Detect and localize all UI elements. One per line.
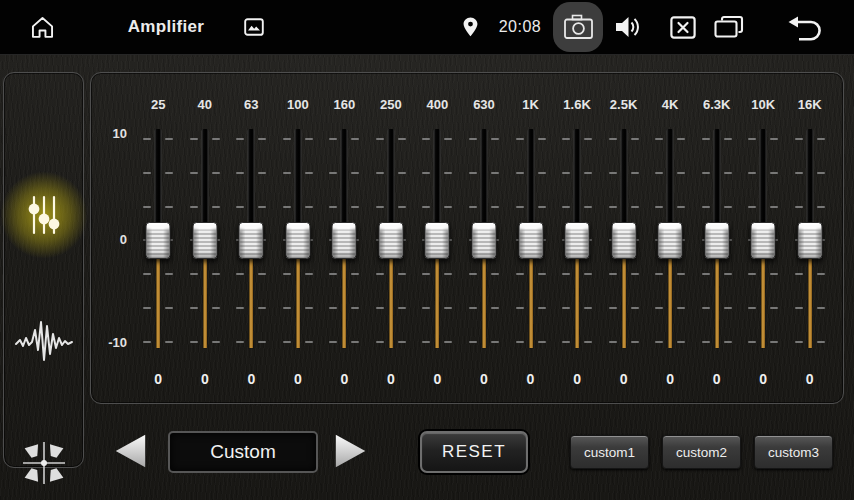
slider-tick — [212, 206, 220, 208]
sidebar-item-equalizer[interactable] — [4, 165, 83, 265]
slider-tick — [190, 138, 198, 140]
slider-tick — [491, 172, 499, 174]
slider-handle[interactable] — [378, 222, 403, 259]
slider-tick — [795, 138, 803, 140]
reset-button[interactable]: RESET — [420, 431, 528, 473]
slider-tick — [655, 341, 663, 343]
home-button[interactable] — [26, 0, 58, 54]
slider-tick — [491, 341, 499, 343]
band-frequency-label: 10K — [740, 95, 787, 115]
band-slider[interactable] — [507, 126, 554, 356]
eq-band: 10K 0 — [740, 95, 787, 411]
slider-tick — [655, 172, 663, 174]
slider-tick — [329, 172, 337, 174]
slider-handle[interactable] — [285, 222, 310, 259]
eq-sliders-icon — [22, 190, 66, 240]
slider-tick — [143, 273, 151, 275]
slider-tick — [236, 138, 244, 140]
slider-tick — [444, 307, 452, 309]
slider-handle[interactable] — [751, 222, 776, 259]
band-slider[interactable] — [693, 126, 740, 356]
slider-handle[interactable] — [565, 222, 590, 259]
slider-tick — [143, 307, 151, 309]
slider-tick — [351, 138, 359, 140]
preset-name-display[interactable]: Custom — [168, 431, 318, 473]
slider-tick — [677, 172, 685, 174]
band-slider[interactable] — [135, 126, 182, 356]
slider-handle[interactable] — [658, 222, 683, 259]
close-app-button[interactable] — [668, 0, 698, 54]
slider-tick — [655, 307, 663, 309]
slider-tick — [724, 341, 732, 343]
slider-tick — [351, 307, 359, 309]
slider-tick — [165, 273, 173, 275]
slider-tick — [236, 172, 244, 174]
slider-handle[interactable] — [471, 222, 496, 259]
screenshot-button[interactable] — [553, 2, 603, 52]
slider-handle[interactable] — [146, 222, 171, 259]
preset-next-button[interactable] — [331, 430, 371, 472]
slider-tick — [677, 206, 685, 208]
custom2-button[interactable]: custom2 — [662, 435, 741, 469]
slider-tick — [702, 172, 710, 174]
slider-tick — [305, 138, 313, 140]
preset-prev-button[interactable] — [110, 430, 150, 472]
band-slider[interactable] — [647, 126, 694, 356]
band-frequency-label: 160 — [321, 95, 368, 115]
slider-handle[interactable] — [611, 222, 636, 259]
slider-tick — [562, 206, 570, 208]
band-slider[interactable] — [740, 126, 787, 356]
slider-handle[interactable] — [239, 222, 264, 259]
band-value: 0 — [740, 369, 787, 389]
slider-tick — [677, 307, 685, 309]
band-slider[interactable] — [600, 126, 647, 356]
volume-button[interactable] — [612, 0, 644, 54]
band-slider[interactable] — [182, 126, 229, 356]
band-slider[interactable] — [321, 126, 368, 356]
slider-tick — [584, 172, 592, 174]
page-title: Amplifier — [118, 0, 214, 54]
custom3-button[interactable]: custom3 — [754, 435, 833, 469]
recent-apps-icon — [714, 15, 744, 39]
slider-tick — [305, 273, 313, 275]
band-value: 0 — [507, 369, 554, 389]
band-slider[interactable] — [554, 126, 601, 356]
gallery-button[interactable] — [242, 0, 266, 54]
slider-tick — [351, 341, 359, 343]
slider-tick — [190, 206, 198, 208]
band-value: 0 — [554, 369, 601, 389]
back-button[interactable] — [785, 0, 825, 54]
slider-handle[interactable] — [704, 222, 729, 259]
slider-tick — [469, 172, 477, 174]
custom1-button[interactable]: custom1 — [570, 435, 649, 469]
slider-tick — [817, 307, 825, 309]
sidebar-item-sound-effects[interactable] — [4, 291, 83, 391]
slider-tick — [584, 206, 592, 208]
band-frequency-label: 400 — [414, 95, 461, 115]
slider-tick — [491, 307, 499, 309]
sidebar-item-speaker-balance[interactable] — [4, 413, 83, 500]
slider-tick — [190, 341, 198, 343]
band-slider[interactable] — [228, 126, 275, 356]
slider-tick — [631, 206, 639, 208]
band-frequency-label: 1K — [507, 95, 554, 115]
slider-handle[interactable] — [518, 222, 543, 259]
slider-tick — [469, 206, 477, 208]
slider-handle[interactable] — [797, 222, 822, 259]
band-slider[interactable] — [275, 126, 322, 356]
scale-label-bottom: -10 — [91, 334, 127, 352]
band-slider[interactable] — [461, 126, 508, 356]
recent-apps-button[interactable] — [712, 0, 746, 54]
band-slider[interactable] — [786, 126, 833, 356]
slider-handle[interactable] — [332, 222, 357, 259]
slider-handle[interactable] — [192, 222, 217, 259]
status-bar: Amplifier 20:08 — [0, 0, 854, 55]
band-slider[interactable] — [368, 126, 415, 356]
slider-handle[interactable] — [425, 222, 450, 259]
band-slider[interactable] — [414, 126, 461, 356]
slider-tick — [817, 206, 825, 208]
slider-tick — [283, 206, 291, 208]
slider-tick — [631, 138, 639, 140]
slider-tick — [584, 341, 592, 343]
band-frequency-label: 16K — [786, 95, 833, 115]
